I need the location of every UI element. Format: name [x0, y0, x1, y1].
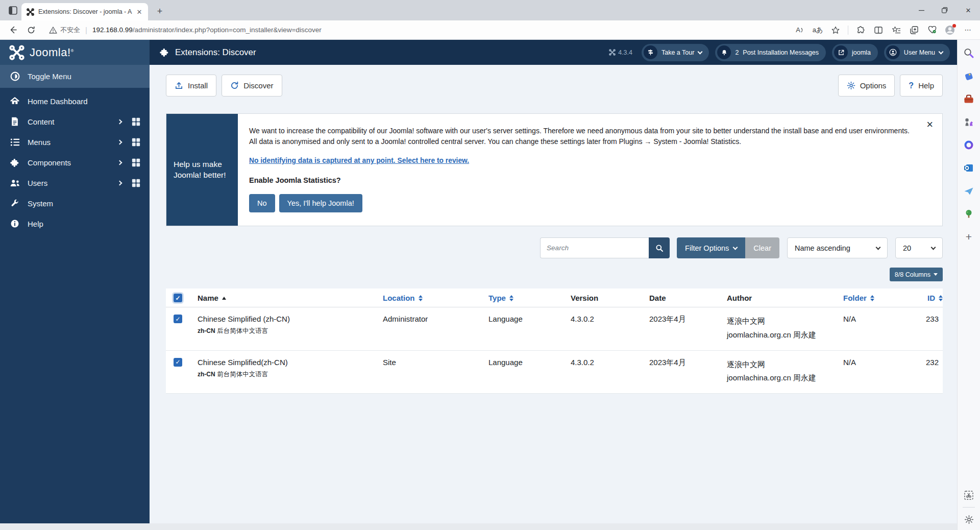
- sort-order-select[interactable]: Name ascending: [787, 237, 888, 258]
- toggle-menu-icon: [9, 71, 20, 82]
- expand-chevron-icon[interactable]: [117, 119, 122, 124]
- extension-version: 4.3.0.2: [571, 351, 649, 375]
- site-security-chip[interactable]: 不安全: [49, 26, 80, 35]
- back-icon[interactable]: [5, 22, 20, 38]
- install-button[interactable]: Install: [166, 75, 216, 97]
- expand-chevron-icon[interactable]: [117, 139, 122, 144]
- list-icon: [9, 138, 20, 147]
- sidebar-item-menus[interactable]: Menus: [0, 132, 150, 152]
- search-button[interactable]: [649, 237, 670, 258]
- search-input[interactable]: [540, 237, 649, 258]
- help-button[interactable]: ? Help: [900, 75, 943, 97]
- sidebar-item-help[interactable]: Help: [0, 213, 150, 234]
- sidebar-item-home-dashboard[interactable]: Home Dashboard: [0, 91, 150, 111]
- split-screen-icon[interactable]: [871, 23, 886, 37]
- web-capture-icon[interactable]: [962, 489, 975, 502]
- favorite-star-icon[interactable]: [828, 23, 843, 37]
- sidebar-item-toggle-menu[interactable]: Toggle Menu: [0, 65, 150, 88]
- window-close-button[interactable]: ✕: [957, 0, 980, 20]
- dashboard-grid-icon[interactable]: [132, 117, 140, 126]
- extension-location: Site: [383, 351, 488, 375]
- url-field[interactable]: 192.168.0.99/administrator/index.php?opt…: [92, 26, 788, 34]
- sidebar-item-users[interactable]: Users: [0, 173, 150, 193]
- sidebar-settings-icon[interactable]: [962, 513, 975, 526]
- sort-icon: [870, 295, 874, 301]
- toolbar-separator: [848, 26, 848, 35]
- column-header-location[interactable]: Location: [383, 288, 488, 307]
- browser-essentials-icon[interactable]: [925, 23, 939, 37]
- sidebar-drop-icon[interactable]: [962, 184, 975, 198]
- column-header-name[interactable]: Name: [198, 288, 383, 307]
- tab-actions-icon[interactable]: [4, 3, 21, 17]
- sidebar-games-icon[interactable]: [962, 115, 975, 129]
- sidebar-item-components[interactable]: Components: [0, 152, 150, 173]
- upload-icon: [175, 81, 183, 90]
- favorites-bar-icon[interactable]: [889, 23, 903, 37]
- filter-options-button[interactable]: Filter Options: [677, 237, 745, 258]
- sidebar-search-icon[interactable]: [962, 46, 975, 60]
- chevron-down-icon: [876, 245, 881, 250]
- dashboard-grid-icon[interactable]: [132, 138, 140, 147]
- table-header-row: ✓ Name Location Type Version Date Author…: [166, 288, 943, 307]
- extensions-icon[interactable]: [853, 23, 868, 37]
- translate-icon[interactable]: aあ: [811, 23, 825, 37]
- dashboard-grid-icon[interactable]: [132, 179, 140, 187]
- sidebar-toolbox-icon[interactable]: [962, 92, 975, 106]
- post-installation-messages-button[interactable]: 2 Post Installation Messages: [715, 44, 826, 61]
- list-limit-select[interactable]: 20: [895, 237, 943, 258]
- collections-icon[interactable]: [907, 23, 921, 37]
- sidebar-microsoft365-icon[interactable]: [962, 138, 975, 152]
- clear-button[interactable]: Clear: [745, 237, 779, 258]
- extension-date: 2023年4月: [649, 307, 727, 333]
- row-checkbox[interactable]: ✓: [174, 315, 182, 323]
- puzzle-icon: [160, 47, 169, 57]
- page-title: Extensions: Discover: [160, 47, 256, 58]
- column-header-type[interactable]: Type: [488, 288, 571, 307]
- close-icon[interactable]: ×: [926, 119, 933, 130]
- column-header-id[interactable]: ID: [927, 288, 943, 307]
- column-header-author: Author: [727, 288, 843, 307]
- sidebar-shopping-icon[interactable]: [962, 69, 975, 83]
- column-header-folder[interactable]: Folder: [843, 288, 907, 307]
- refresh-icon: [230, 81, 239, 90]
- take-a-tour-button[interactable]: Take a Tour: [642, 44, 709, 61]
- expand-chevron-icon[interactable]: [117, 160, 122, 165]
- settings-more-icon[interactable]: ⋯: [961, 23, 975, 37]
- statistics-review-link[interactable]: No identifying data is captured at any p…: [249, 156, 469, 166]
- extension-id: 233: [926, 307, 943, 332]
- tab-close-icon[interactable]: ✕: [135, 7, 144, 16]
- window-restore-button[interactable]: [933, 0, 957, 20]
- extension-type: Language: [488, 351, 571, 375]
- select-all-checkbox[interactable]: ✓: [174, 294, 182, 302]
- joomla-mini-icon: [609, 49, 616, 56]
- sidebar-add-icon[interactable]: +: [962, 230, 975, 244]
- columns-toggle-button[interactable]: 8/8 Columns: [890, 268, 943, 281]
- warning-icon: [49, 27, 57, 34]
- statistics-yes-button[interactable]: Yes, I'll help Joomla!: [279, 194, 362, 212]
- new-tab-button[interactable]: +: [153, 5, 166, 18]
- sidebar-item-system[interactable]: System: [0, 193, 150, 213]
- site-preview-button[interactable]: joomla: [832, 44, 878, 61]
- sidebar-divider: [963, 507, 975, 508]
- options-button[interactable]: Options: [838, 75, 895, 97]
- sidebar-tree-icon[interactable]: [962, 207, 975, 221]
- refresh-icon[interactable]: [23, 22, 39, 38]
- browser-tab[interactable]: Extensions: Discover - joomla - A ✕: [21, 3, 148, 20]
- user-menu-button[interactable]: User Menu: [884, 44, 950, 61]
- row-checkbox[interactable]: ✓: [174, 358, 182, 367]
- signpost-icon: [644, 45, 657, 59]
- extension-id: 232: [926, 351, 943, 375]
- browser-tab-strip: Extensions: Discover - joomla - A ✕ + ✕: [0, 0, 980, 20]
- extension-description: zh-CN 后台简体中文语言: [198, 327, 379, 335]
- profile-avatar[interactable]: [943, 23, 957, 37]
- discover-button[interactable]: Discover: [222, 75, 282, 97]
- sidebar-item-content[interactable]: Content: [0, 111, 150, 132]
- joomla-logo[interactable]: Joomla!®: [0, 40, 150, 65]
- sidebar-outlook-icon[interactable]: [962, 161, 975, 175]
- read-aloud-icon[interactable]: A: [793, 23, 807, 37]
- window-minimize-button[interactable]: [910, 0, 933, 20]
- statistics-no-button[interactable]: No: [249, 194, 275, 212]
- dashboard-grid-icon[interactable]: [132, 158, 140, 167]
- chevron-down-icon: [939, 49, 944, 54]
- expand-chevron-icon[interactable]: [117, 180, 122, 185]
